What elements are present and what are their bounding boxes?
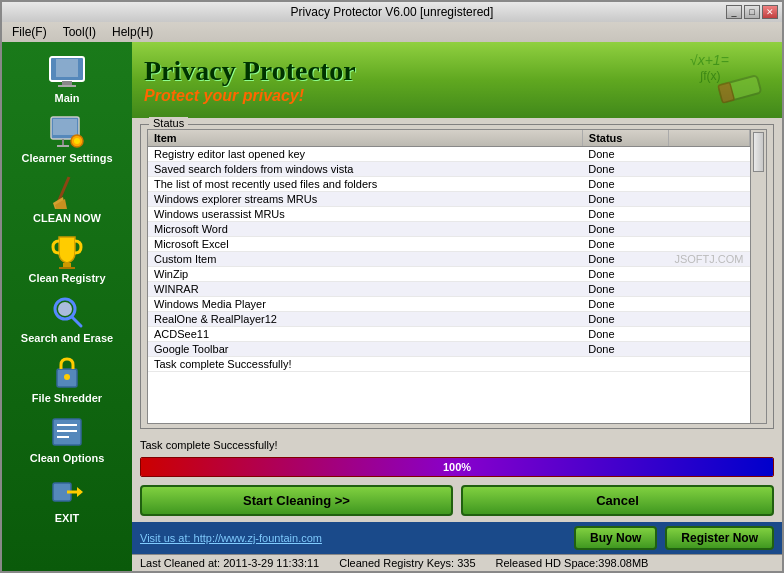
col-status: Status (582, 130, 668, 147)
sidebar-item-main[interactable]: Main (2, 50, 132, 108)
svg-line-17 (72, 317, 81, 326)
table-cell-extra (668, 207, 749, 222)
table-cell-extra (668, 177, 749, 192)
sidebar-item-options[interactable]: Clean Options (2, 410, 132, 468)
sidebar-item-shredder[interactable]: File Shredder (2, 350, 132, 408)
table-cell-extra (668, 237, 749, 252)
cancel-button[interactable]: Cancel (461, 485, 774, 516)
table-row: Custom ItemDoneJSOFTJ.COM (148, 252, 750, 267)
start-cleaning-button[interactable]: Start Cleaning >> (140, 485, 453, 516)
table-cell-item: WinZip (148, 267, 582, 282)
scrollbar-vertical[interactable] (750, 130, 766, 423)
menu-help[interactable]: Help(H) (106, 23, 159, 41)
close-button[interactable]: ✕ (762, 5, 778, 19)
table-cell-extra: JSOFTJ.COM (668, 252, 749, 267)
table-cell-extra (668, 342, 749, 357)
table-cell-item: Windows userassist MRUs (148, 207, 582, 222)
list-icon (47, 414, 87, 450)
progress-text: 100% (443, 461, 471, 473)
sidebar-item-search[interactable]: Search and Erase (2, 290, 132, 348)
table-row: Windows userassist MRUsDone (148, 207, 750, 222)
table-cell-item: RealOne & RealPlayer12 (148, 312, 582, 327)
exit-icon (47, 474, 87, 510)
website-link[interactable]: Visit us at: http://www.zj-fountain.com (140, 532, 566, 544)
table-cell-item: Google Toolbar (148, 342, 582, 357)
header-banner: Privacy Protector Protect your privacy! … (132, 42, 782, 118)
svg-rect-5 (53, 119, 77, 135)
buy-now-button[interactable]: Buy Now (574, 526, 657, 550)
sidebar-label-search: Search and Erase (21, 332, 113, 344)
col-item: Item (148, 130, 582, 147)
table-row: Microsoft ExcelDone (148, 237, 750, 252)
table-row: RealOne & RealPlayer12Done (148, 312, 750, 327)
action-buttons: Start Cleaning >> Cancel (140, 485, 774, 516)
table-cell-item: Microsoft Excel (148, 237, 582, 252)
svg-rect-7 (57, 145, 69, 147)
table-cell-status: Done (582, 237, 668, 252)
table-cell-extra (668, 192, 749, 207)
table-cell-status: Done (582, 297, 668, 312)
table-cell-extra (668, 282, 749, 297)
svg-point-19 (64, 374, 70, 380)
title-bar: Privacy Protector V6.00 [unregistered] _… (0, 0, 784, 22)
table-cell-status: Done (582, 162, 668, 177)
header-text: Privacy Protector Protect your privacy! (144, 55, 356, 105)
svg-rect-13 (63, 263, 71, 267)
table-row: The list of most recently used files and… (148, 177, 750, 192)
table-row: WINRARDone (148, 282, 750, 297)
menu-tool[interactable]: Tool(I) (57, 23, 102, 41)
minimize-button[interactable]: _ (726, 5, 742, 19)
svg-rect-14 (59, 267, 75, 269)
sidebar-label-cleaner: Clearner Settings (21, 152, 112, 164)
sidebar-label-registry: Clean Registry (28, 272, 105, 284)
svg-rect-3 (58, 85, 76, 87)
col-extra (668, 130, 749, 147)
table-cell-status: Done (582, 267, 668, 282)
table-cell-status: Done (582, 312, 668, 327)
content-area: Privacy Protector Protect your privacy! … (132, 42, 782, 571)
sidebar-label-shredder: File Shredder (32, 392, 102, 404)
svg-text:∫f(x): ∫f(x) (699, 69, 721, 83)
menu-file[interactable]: File(F) (6, 23, 53, 41)
broom-icon (47, 174, 87, 210)
main-window: Main Clearner Settings (0, 42, 784, 573)
sidebar-label-clean-now: CLEAN NOW (33, 212, 101, 224)
last-cleaned-label: Last Cleaned at: 2011-3-29 11:33:11 (140, 557, 319, 569)
window-title: Privacy Protector V6.00 [unregistered] (291, 5, 494, 19)
table-cell-extra (668, 147, 749, 162)
header-decoration: √x+1= ∫f(x) (690, 50, 770, 110)
maximize-button[interactable]: □ (744, 5, 760, 19)
table-row: ACDSee11Done (148, 327, 750, 342)
status-table-container: Item Status Registry editor last opened … (147, 129, 767, 424)
sidebar-item-registry[interactable]: Clean Registry (2, 230, 132, 288)
table-cell-item: Task complete Successfully! (148, 357, 582, 372)
sidebar-item-cleaner[interactable]: Clearner Settings (2, 110, 132, 168)
register-now-button[interactable]: Register Now (665, 526, 774, 550)
status-group: Status Item Status Registry editor (140, 124, 774, 429)
scrollbar-thumb[interactable] (753, 132, 764, 172)
svg-text:√x+1=: √x+1= (690, 52, 729, 68)
table-cell-status: Done (582, 222, 668, 237)
table-cell-extra (668, 312, 749, 327)
sidebar-item-exit[interactable]: EXIT (2, 470, 132, 528)
sidebar: Main Clearner Settings (2, 42, 132, 571)
sidebar-label-options: Clean Options (30, 452, 105, 464)
table-row: Microsoft WordDone (148, 222, 750, 237)
status-group-label: Status (149, 117, 188, 129)
table-cell-item: The list of most recently used files and… (148, 177, 582, 192)
table-cell-status: Done (582, 252, 668, 267)
status-bar: Last Cleaned at: 2011-3-29 11:33:11 Clea… (132, 554, 782, 571)
table-row: Windows Media PlayerDone (148, 297, 750, 312)
table-cell-item: WINRAR (148, 282, 582, 297)
svg-point-16 (58, 302, 72, 316)
table-cell-item: ACDSee11 (148, 327, 582, 342)
table-cell-status: Done (582, 192, 668, 207)
sidebar-label-exit: EXIT (55, 512, 79, 524)
settings-icon (47, 114, 87, 150)
search-icon (47, 294, 87, 330)
svg-point-9 (74, 138, 80, 144)
table-row: WinZipDone (148, 267, 750, 282)
svg-marker-26 (77, 487, 83, 497)
table-cell-status: Done (582, 177, 668, 192)
sidebar-item-clean-now[interactable]: CLEAN NOW (2, 170, 132, 228)
